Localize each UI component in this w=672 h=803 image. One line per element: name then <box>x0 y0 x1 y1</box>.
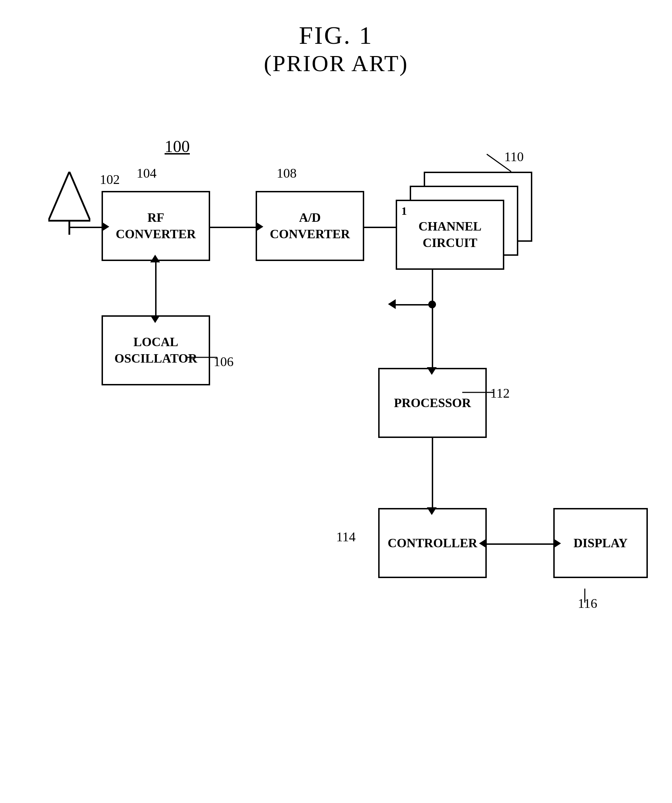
ref-114: 114 <box>336 529 356 545</box>
rf-to-ad-line <box>210 227 256 228</box>
ref-102: 102 <box>100 172 120 187</box>
rf-lo-arrow-down <box>150 315 160 323</box>
display-label: DISPLAY <box>574 535 628 551</box>
local-oscillator-box: LOCALOSCILLATOR <box>102 315 210 385</box>
channel-to-processor-arrow <box>427 367 437 375</box>
processor-to-controller-line <box>432 438 433 509</box>
ref-108: 108 <box>277 165 297 181</box>
ad-converter-box: A/DCONVERTER <box>256 191 364 261</box>
ref-116-leader <box>574 588 595 603</box>
rf-to-lo-line <box>155 261 156 316</box>
controller-box: CONTROLLER <box>378 508 487 578</box>
prior-art-label: (PRIOR ART) <box>0 50 672 77</box>
svg-marker-0 <box>48 172 90 221</box>
local-oscillator-label: LOCALOSCILLATOR <box>115 334 198 367</box>
processor-box: PROCESSOR <box>378 368 487 438</box>
channel-to-processor-line <box>432 270 433 369</box>
feedback-arrow <box>388 299 396 309</box>
feedback-line <box>396 304 429 306</box>
controller-to-display-arrow-left <box>479 538 487 548</box>
rf-to-ad-arrow <box>256 222 263 232</box>
ref-112-leader <box>462 387 494 398</box>
rf-converter-box: RFCONVERTER <box>102 191 210 261</box>
controller-to-display-arrow-right <box>553 538 561 548</box>
diagram-container: FIG. 1 (PRIOR ART) 100 102 RFCONVERTER 1… <box>0 0 672 803</box>
svg-line-2 <box>487 154 511 172</box>
rf-converter-label: RFCONVERTER <box>116 210 196 242</box>
channel-circuit-label: CHANNELCIRCUIT <box>419 218 482 251</box>
processor-label: PROCESSOR <box>394 395 471 411</box>
ref-104: 104 <box>136 165 156 181</box>
system-label: 100 <box>165 137 190 156</box>
controller-to-display-line <box>487 543 554 545</box>
processor-to-controller-arrow <box>427 507 437 515</box>
ref-106-leader <box>186 352 217 362</box>
rf-lo-arrow-up <box>150 255 160 262</box>
channel-circuit-box-1: 1 CHANNELCIRCUIT <box>396 200 504 270</box>
fig-title: FIG. 1 <box>0 21 672 50</box>
controller-label: CONTROLLER <box>388 535 477 551</box>
antenna-to-rf-line <box>69 227 102 228</box>
display-box: DISPLAY <box>553 508 648 578</box>
antenna-symbol <box>48 172 90 235</box>
ad-converter-label: A/DCONVERTER <box>270 210 350 242</box>
junction-dot <box>428 301 436 308</box>
ad-to-channel-line <box>364 227 396 228</box>
antenna-to-rf-arrow <box>102 222 109 232</box>
channel-1-number: 1 <box>401 204 407 219</box>
title-area: FIG. 1 (PRIOR ART) <box>0 21 672 77</box>
